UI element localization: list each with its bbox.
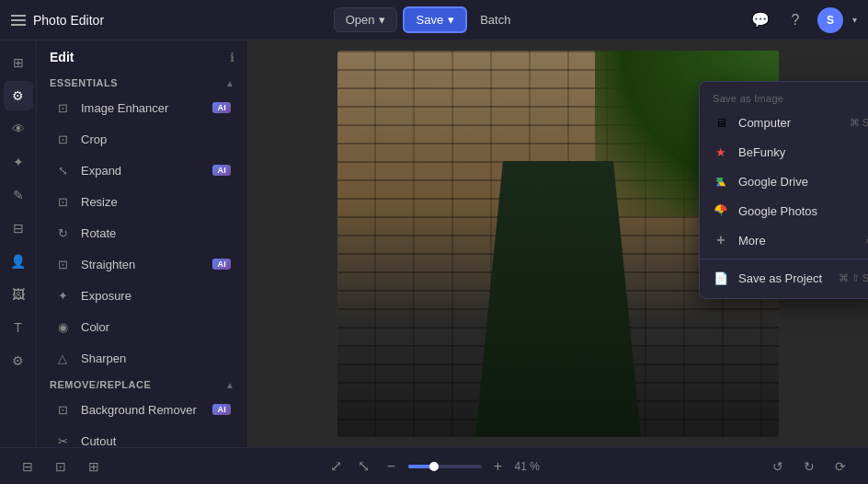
save-dropdown-menu: Save as Image 🖥 Computer ⌘ S ★ BeFunky	[699, 81, 868, 299]
color-icon: ◉	[53, 317, 72, 336]
tool-label: Exposure	[81, 289, 231, 303]
nav-icon-sliders[interactable]: ⚙	[4, 81, 33, 110]
app-title: Photo Editor	[33, 13, 104, 28]
dropdown-divider	[700, 259, 868, 259]
zoom-slider[interactable]	[408, 465, 482, 468]
tool-cutout[interactable]: ✂ Cutout	[40, 425, 244, 447]
zoom-in-icon[interactable]: +	[487, 455, 509, 478]
batch-button[interactable]: Batch	[473, 8, 518, 31]
image-enhancer-icon: ⊡	[53, 98, 72, 117]
tool-resize[interactable]: ⊡ Resize	[40, 186, 244, 217]
sharpen-icon: △	[53, 349, 72, 367]
tool-label: Crop	[81, 133, 231, 146]
redo-icon[interactable]: ↺	[765, 454, 791, 479]
tool-exposure[interactable]: ✦ Exposure	[40, 280, 244, 311]
straighten-icon: ⊡	[53, 255, 72, 273]
avatar-chevron-icon[interactable]: ▾	[852, 15, 857, 25]
tool-label: Sharpen	[81, 351, 231, 365]
chevron-down-icon: ▾	[379, 13, 385, 27]
dropdown-item-label: BeFunky	[738, 145, 868, 159]
tool-label: Color	[81, 320, 231, 334]
bottom-bar: ⊟ ⊡ ⊞ ⤢ ⤡ − + 41 % ↺ ↻ ⟳	[0, 447, 868, 484]
expand-icon: ⤡	[53, 161, 72, 179]
zoom-thumb[interactable]	[429, 462, 439, 471]
google-photos-icon	[713, 202, 729, 219]
ai-badge: AI	[212, 259, 231, 270]
nav-icon-photo[interactable]: 🖼	[4, 280, 33, 309]
chevron-down-icon: ▾	[448, 13, 454, 27]
dropdown-item-computer[interactable]: 🖥 Computer ⌘ S	[700, 108, 868, 137]
tool-color[interactable]: ◉ Color	[40, 311, 244, 342]
dropdown-item-befunky[interactable]: ★ BeFunky	[700, 137, 868, 167]
sidebar: Edit ℹ Essentials ▲ ⊡ Image Enhancer AI …	[37, 40, 248, 447]
dropdown-item-google-photos[interactable]: Google Photos	[700, 196, 868, 225]
tool-background-remover[interactable]: ⊡ Background Remover AI	[40, 394, 244, 425]
essentials-label: Essentials	[50, 77, 118, 88]
topbar-right: 💬 ? S ▾	[748, 7, 857, 33]
shortcut-label: ⌘ ⇧ S	[839, 272, 868, 284]
zoom-out-icon[interactable]: −	[381, 455, 403, 478]
tool-sharpen[interactable]: △ Sharpen	[40, 342, 244, 374]
fit-screen-icon[interactable]: ⤡	[353, 455, 375, 478]
tool-label: Image Enhancer	[81, 101, 212, 115]
icon-nav: ⊞ ⚙ 👁 ✦ ✎ ⊟ 👤 🖼 T ⚙	[0, 40, 37, 447]
nav-icon-layers[interactable]: ⊟	[4, 213, 33, 243]
collapse-icon: ▲	[225, 78, 234, 88]
menu-icon[interactable]	[11, 15, 26, 26]
nav-icon-people[interactable]: 👤	[4, 247, 33, 276]
canvas-area: Save as Image 🖥 Computer ⌘ S ★ BeFunky	[248, 40, 868, 447]
nav-icon-grid[interactable]: ⊞	[4, 48, 33, 77]
ai-badge: AI	[212, 102, 231, 113]
nav-icon-more[interactable]: ⚙	[4, 346, 33, 375]
fit-width-icon[interactable]: ⤢	[326, 455, 348, 478]
frame-icon[interactable]: ⊡	[48, 454, 74, 479]
topbar: Photo Editor Open ▾ Save ▾ Batch 💬 ? S ▾	[0, 0, 868, 40]
befunky-icon: ★	[713, 144, 729, 160]
zoom-percent: 41 %	[515, 460, 547, 473]
avatar[interactable]: S	[817, 7, 843, 33]
remove-replace-label: Remove/Replace	[50, 379, 151, 390]
tool-straighten[interactable]: ⊡ Straighten AI	[40, 248, 244, 280]
undo-icon[interactable]: ↻	[796, 454, 822, 479]
info-icon[interactable]: ℹ	[230, 51, 234, 64]
tool-label: Rotate	[81, 226, 231, 240]
dropdown-item-label: Google Photos	[738, 204, 868, 218]
dropdown-item-label: More	[738, 234, 856, 248]
tool-label: Resize	[81, 195, 231, 209]
dropdown-item-save-project[interactable]: 📄 Save as Project ⌘ ⇧ S	[700, 263, 868, 293]
nav-icon-effects[interactable]: ✦	[4, 147, 33, 177]
dropdown-item-more[interactable]: + More ›	[700, 225, 868, 255]
sidebar-edit-title: Edit	[50, 50, 74, 64]
main: ⊞ ⚙ 👁 ✦ ✎ ⊟ 👤 🖼 T ⚙ Edit ℹ Essentials ▲ …	[0, 40, 868, 447]
dropdown-item-label: Save as Project	[738, 271, 829, 285]
chat-icon[interactable]: 💬	[748, 7, 773, 33]
tool-rotate[interactable]: ↻ Rotate	[40, 217, 244, 248]
essentials-section-header[interactable]: Essentials ▲	[37, 72, 247, 92]
save-project-icon: 📄	[713, 270, 729, 286]
layers-icon[interactable]: ⊟	[15, 454, 40, 479]
shortcut-label: ⌘ S	[850, 117, 868, 129]
bottom-right: ↺ ↻ ⟳	[765, 454, 853, 479]
open-button[interactable]: Open ▾	[334, 7, 398, 32]
remove-replace-section-header[interactable]: Remove/Replace ▲	[37, 374, 247, 394]
dropdown-item-label: Computer	[738, 116, 840, 130]
tool-label: Expand	[81, 164, 212, 178]
more-icon: +	[713, 232, 729, 248]
nav-icon-eye[interactable]: 👁	[4, 114, 33, 144]
nav-icon-text[interactable]: T	[4, 313, 33, 342]
save-button[interactable]: Save ▾	[403, 6, 467, 33]
tool-image-enhancer[interactable]: ⊡ Image Enhancer AI	[40, 92, 244, 123]
exposure-icon: ✦	[53, 286, 72, 305]
topbar-left: Photo Editor	[11, 13, 104, 28]
history-icon[interactable]: ⟳	[828, 454, 853, 479]
dropdown-item-google-drive[interactable]: Google Drive	[700, 167, 868, 196]
ai-badge: AI	[212, 165, 231, 176]
nav-icon-brush[interactable]: ✎	[4, 180, 33, 210]
tool-crop[interactable]: ⊡ Crop	[40, 123, 244, 155]
help-icon[interactable]: ?	[782, 7, 808, 33]
dropdown-item-label: Google Drive	[738, 175, 868, 189]
tool-expand[interactable]: ⤡ Expand AI	[40, 155, 244, 186]
grid-icon[interactable]: ⊞	[81, 454, 107, 479]
tool-label: Cutout	[81, 434, 231, 448]
google-drive-icon	[713, 173, 729, 190]
